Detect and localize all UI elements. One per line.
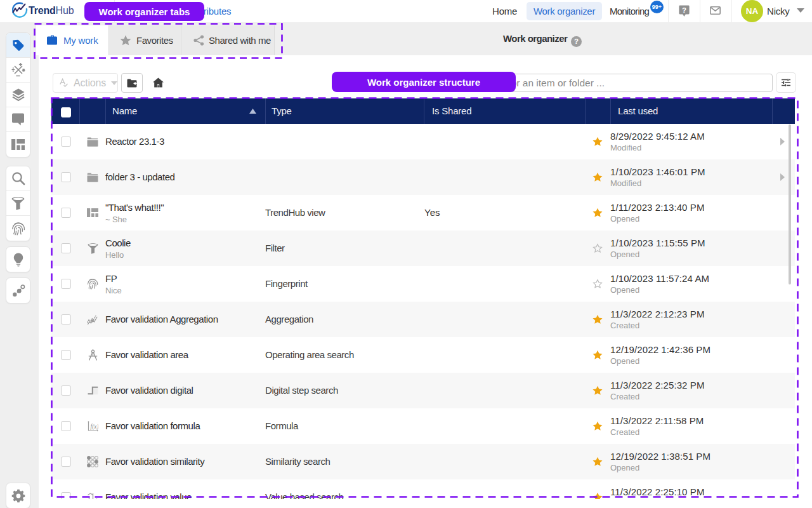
svg-text:f(x): f(x) xyxy=(90,423,98,430)
svg-text:?: ? xyxy=(682,6,686,14)
